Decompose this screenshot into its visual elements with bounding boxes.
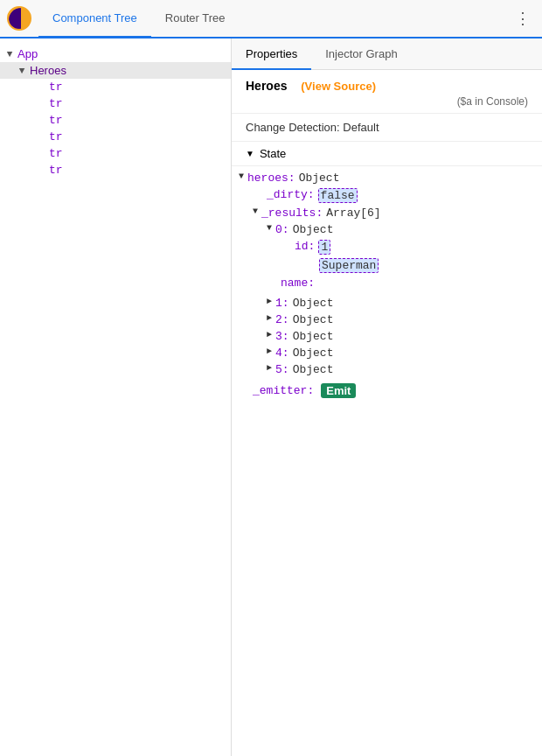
state-3-object[interactable]: ► 3: Object <box>232 328 542 345</box>
more-options-button[interactable]: ⋮ <box>511 6 535 31</box>
console-hint: ($a in Console) <box>246 95 528 108</box>
state-2-object[interactable]: ► 2: Object <box>232 312 542 328</box>
change-detection-value: Default <box>343 121 379 134</box>
tree-item-tr-1[interactable]: tr <box>0 79 231 95</box>
emitter-key: _emitter: <box>253 384 314 397</box>
tree-label-tr-3: tr <box>49 114 63 127</box>
four-value: Object <box>293 346 334 360</box>
panel-tabs: Properties Injector Graph <box>232 38 542 70</box>
arrow-two: ► <box>267 313 272 323</box>
tab-injector-graph[interactable]: Injector Graph <box>311 38 411 70</box>
component-name: Heroes <box>246 79 287 93</box>
two-value: Object <box>293 313 334 326</box>
state-dirty: _dirty: false <box>232 186 542 205</box>
dirty-value[interactable]: false <box>318 188 358 203</box>
tab-properties[interactable]: Properties <box>232 38 311 70</box>
dirty-key: _dirty: <box>267 188 315 201</box>
tree-label-tr-1: tr <box>49 80 63 94</box>
five-key: 5: <box>275 363 289 376</box>
zero-value: Object <box>293 223 334 236</box>
tree-label-tr-2: tr <box>49 97 63 110</box>
right-panel: Properties Injector Graph Heroes (View S… <box>232 38 542 756</box>
tree-item-tr-3[interactable]: tr <box>0 112 231 129</box>
tree-item-tr-6[interactable]: tr <box>0 162 231 178</box>
tree-label-tr-4: tr <box>49 130 63 144</box>
arrow-five: ► <box>267 363 272 373</box>
tab-router-tree[interactable]: Router Tree <box>151 0 240 38</box>
change-detection-row: Change Detection: Default <box>232 114 542 142</box>
state-results[interactable]: ▼ _results: Array[6] <box>232 205 542 221</box>
tree-item-tr-5[interactable]: tr <box>0 145 231 162</box>
state-tree: ▼ heroes: Object _dirty: false ▼ _result… <box>232 166 542 403</box>
heroes-value: Object <box>299 172 340 185</box>
arrow-heroes: ▼ <box>239 172 244 181</box>
change-detection-label: Change Detection: <box>246 121 340 134</box>
state-5-object[interactable]: ► 5: Object <box>232 361 542 378</box>
three-value: Object <box>293 330 334 343</box>
tree-label-tr-6: tr <box>49 164 63 177</box>
angular-logo <box>7 6 31 31</box>
results-key: _results: <box>261 206 323 220</box>
tree-label-heroes: Heroes <box>30 64 66 77</box>
state-heroes-object[interactable]: ▼ heroes: Object <box>232 170 542 186</box>
heroes-key: heroes: <box>247 172 295 185</box>
id-value[interactable]: 1 <box>318 240 330 255</box>
four-key: 4: <box>275 346 289 360</box>
arrow-results: ▼ <box>253 206 258 216</box>
one-value: Object <box>293 297 334 310</box>
one-key: 1: <box>275 297 289 310</box>
tree-item-heroes[interactable]: ▼ Heroes <box>0 62 231 79</box>
state-section-header[interactable]: ▼ State <box>232 142 542 166</box>
tab-component-tree[interactable]: Component Tree <box>38 0 151 38</box>
tree-arrow-app: ▼ <box>3 49 16 60</box>
arrow-four: ► <box>267 346 272 356</box>
logo-button[interactable] <box>0 0 38 38</box>
state-arrow-icon: ▼ <box>246 149 254 158</box>
state-0-object[interactable]: ▼ 0: Object <box>232 221 542 238</box>
tree-arrow-heroes: ▼ <box>16 66 28 76</box>
arrow-three: ► <box>267 330 272 340</box>
results-value: Array[6] <box>326 206 380 220</box>
state-name: name: <box>232 275 542 291</box>
emit-button[interactable]: Emit <box>321 383 356 398</box>
tree-label-app: App <box>17 47 38 60</box>
three-key: 3: <box>275 330 289 343</box>
state-label: State <box>260 147 286 160</box>
state-toggle[interactable]: ▼ State <box>246 147 528 160</box>
state-1-object[interactable]: ► 1: Object <box>232 295 542 312</box>
state-4-object[interactable]: ► 4: Object <box>232 345 542 361</box>
top-bar: Component Tree Router Tree ⋮ <box>0 0 542 38</box>
arrow-zero: ▼ <box>267 223 272 233</box>
component-header: Heroes (View Source) ($a in Console) <box>232 70 542 114</box>
zero-key: 0: <box>275 223 289 236</box>
superman-value[interactable]: Superman <box>319 258 379 273</box>
tree-label-tr-5: tr <box>49 147 63 160</box>
component-title-row: Heroes (View Source) <box>246 79 528 94</box>
tree-item-app[interactable]: ▼ App <box>0 46 231 62</box>
five-value: Object <box>293 363 334 376</box>
state-emitter: _emitter: Emit <box>232 382 542 400</box>
arrow-one: ► <box>267 297 272 306</box>
state-superman: Superman <box>232 256 542 275</box>
two-key: 2: <box>275 313 289 326</box>
view-source-link[interactable]: (View Source) <box>301 80 376 93</box>
component-tree-panel: ▼ App ▼ Heroes tr tr tr tr tr tr <box>0 38 232 756</box>
name-key: name: <box>281 276 315 290</box>
state-id: id: 1 <box>232 238 542 256</box>
tree-item-tr-4[interactable]: tr <box>0 129 231 145</box>
main-content: ▼ App ▼ Heroes tr tr tr tr tr tr <box>0 38 542 756</box>
tree-item-tr-2[interactable]: tr <box>0 95 231 112</box>
id-key: id: <box>295 240 315 253</box>
